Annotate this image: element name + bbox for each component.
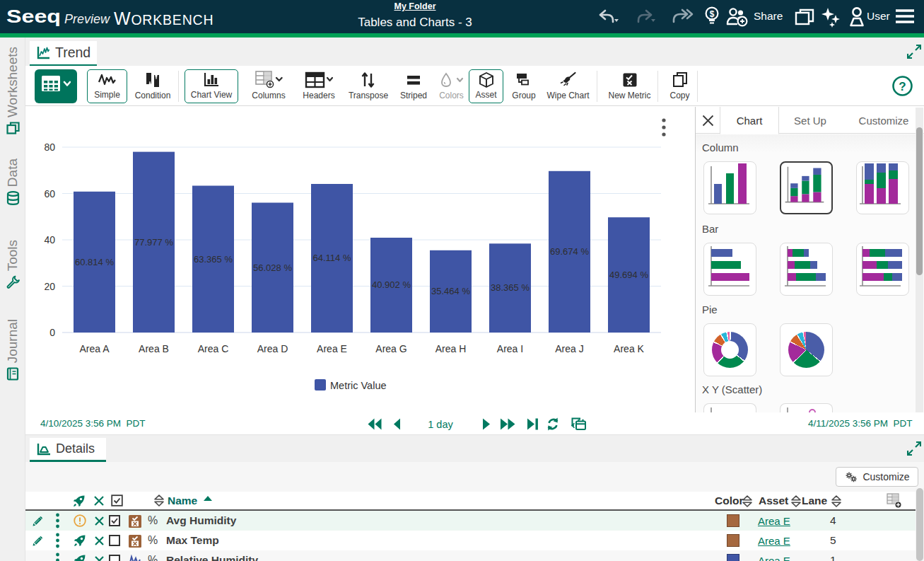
svg-text:?: ?: [899, 80, 906, 93]
svg-text:40.902 %: 40.902 %: [372, 279, 411, 290]
svg-text:1 day: 1 day: [428, 419, 453, 430]
svg-text:Area A: Area A: [79, 343, 110, 354]
svg-text:Area G: Area G: [375, 343, 407, 354]
svg-text:Area H: Area H: [435, 343, 467, 354]
svg-text:63.365 %: 63.365 %: [194, 254, 233, 265]
svg-text:49.694 %: 49.694 %: [609, 270, 648, 280]
svg-text:Area J: Area J: [555, 343, 583, 354]
svg-text:56.028 %: 56.028 %: [253, 262, 292, 273]
svg-text:Area B: Area B: [139, 343, 169, 354]
svg-text:40: 40: [44, 234, 55, 245]
svg-text:20: 20: [44, 281, 55, 292]
svg-text:69.674 %: 69.674 %: [550, 246, 589, 257]
svg-text:35.464 %: 35.464 %: [431, 286, 470, 296]
svg-text:$: $: [710, 9, 715, 19]
svg-text:Area C: Area C: [198, 343, 229, 354]
svg-text:77.977 %: 77.977 %: [134, 237, 173, 248]
svg-text:Area D: Area D: [257, 343, 288, 354]
svg-text:60.814 %: 60.814 %: [75, 257, 114, 267]
svg-text:60: 60: [44, 188, 55, 199]
svg-text:80: 80: [44, 141, 55, 153]
svg-text:64.114 %: 64.114 %: [313, 253, 351, 263]
svg-text:Area I: Area I: [497, 343, 523, 354]
svg-text:Metric Value: Metric Value: [330, 380, 387, 391]
svg-text:38.365 %: 38.365 %: [491, 282, 530, 293]
svg-text:Area K: Area K: [614, 343, 644, 354]
svg-text:0: 0: [49, 327, 55, 338]
svg-text:Area E: Area E: [317, 343, 347, 354]
